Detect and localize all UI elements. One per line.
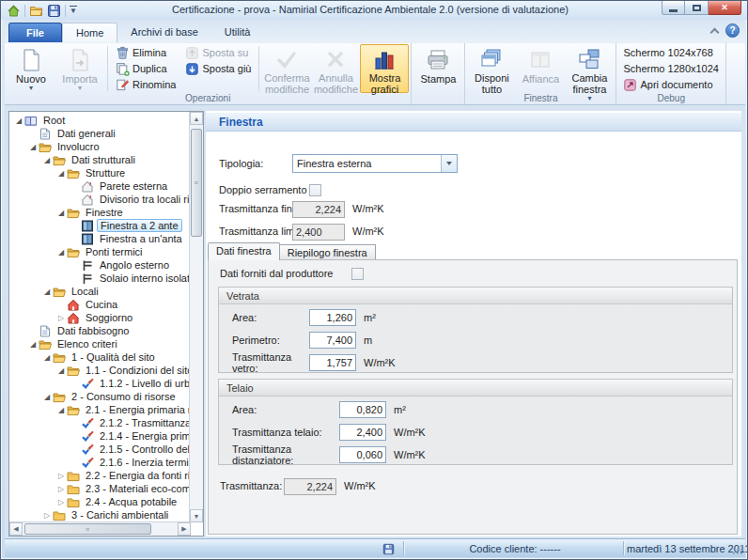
tree-item-3-carichi-ambientali[interactable]: ▷3 - Carichi ambientali — [10, 508, 189, 521]
stampa-button[interactable]: Stampa — [413, 44, 462, 92]
tree-item-involucro[interactable]: ◢Involucro — [10, 140, 189, 153]
scroll-right-icon[interactable]: ▶ — [178, 522, 191, 536]
scroll-left-icon[interactable]: ◀ — [9, 522, 23, 536]
ribbon-tab-home[interactable]: Home — [62, 23, 117, 42]
expander-open-icon[interactable]: ◢ — [55, 248, 67, 257]
tree-item-2-1-5-controllo-della-radia[interactable]: 2.1.5 - Controllo della radia — [10, 443, 189, 456]
tree-item-1-qualit-del-sito[interactable]: ◢1 - Qualità del sito — [10, 350, 189, 364]
tree-item-1-1-2-livello-di-urbanizzaz[interactable]: 1.1.2 - Livello di urbanizzaz — [10, 377, 189, 390]
vetrata-perimetro-input[interactable]: 7,400 — [309, 332, 356, 349]
qat-dropdown-icon[interactable]: ▼ — [70, 6, 77, 15]
rinomina-button[interactable]: Rinomina — [111, 77, 180, 92]
expander-open-icon[interactable]: ◢ — [41, 156, 53, 164]
apri-documento-button[interactable]: Apri documento — [618, 77, 724, 92]
sposta-giu-button[interactable]: Sposta giù — [180, 61, 256, 76]
nuovo-button[interactable]: Nuovo▾ — [7, 44, 55, 93]
telaio-area-input[interactable]: 0,820 — [339, 401, 386, 418]
tab-riepilogo-finestra[interactable]: Riepilogo finestra — [280, 244, 376, 260]
schermo-1280x1024-button[interactable]: Schermo 1280x1024 — [618, 61, 724, 76]
save-icon[interactable] — [47, 4, 61, 18]
tree-item-soggiorno[interactable]: ▷Soggiorno — [10, 311, 189, 324]
expander-open-icon[interactable]: ◢ — [27, 340, 39, 349]
cambia-finestra-button[interactable]: Cambia finestra▾ — [565, 44, 614, 93]
expander-closed-icon[interactable]: ▷ — [55, 314, 67, 322]
expander-open-icon[interactable]: ◢ — [13, 117, 24, 125]
telaio-trasmittanza-distanziatore-input[interactable]: 0,060 — [339, 446, 386, 463]
scroll-thumb[interactable]: ≡ — [191, 129, 202, 237]
tree-item-2-1-2-trasmittanza-termic[interactable]: 2.1.2 - Trasmittanza termic — [10, 416, 189, 429]
trasmittanza-limite-input[interactable]: 2,400 — [292, 224, 345, 241]
schermo-1280x1024-label: Schermo 1280x1024 — [623, 63, 719, 74]
scroll-thumb[interactable]: ≡ — [24, 523, 151, 535]
expander-closed-icon[interactable]: ▷ — [55, 485, 67, 493]
client-code-status: Codice cliente: ------ — [411, 543, 619, 554]
vetrata-area-input[interactable]: 1,260 — [309, 309, 356, 326]
maximize-button[interactable] — [685, 1, 709, 15]
minimize-button[interactable] — [662, 1, 685, 15]
tree-item-2-1-4-energia-primaria-pe[interactable]: 2.1.4 - Energia primaria pe — [10, 429, 189, 443]
expander-open-icon[interactable]: ◢ — [41, 288, 53, 296]
tree-item-root[interactable]: ◢Root — [10, 114, 189, 127]
telaio-trasmittanza-telaio-input[interactable]: 2,400 — [339, 424, 386, 441]
telaio-area-unit: m² — [394, 404, 406, 415]
tree-item-ponti-termici[interactable]: ◢Ponti termici — [10, 245, 189, 258]
duplica-button[interactable]: Duplica — [111, 61, 180, 76]
expander-open-icon[interactable]: ◢ — [55, 169, 67, 178]
tree-item-solaio-interno-isolato-all-est[interactable]: Solaio interno isolato all'est — [10, 272, 189, 285]
mostra-grafici-button[interactable]: Mostra grafici — [360, 44, 409, 93]
expander-open-icon[interactable]: ◢ — [55, 209, 67, 217]
scroll-down-icon[interactable]: ▼ — [190, 509, 203, 522]
open-folder-icon[interactable] — [29, 4, 43, 18]
tree-item-2-consumo-di-risorse[interactable]: ◢2 - Consumo di risorse — [10, 390, 189, 403]
tipologia-select[interactable]: Finestra esterna — [292, 154, 458, 173]
tree-item-dati-strutturali[interactable]: ◢Dati strutturali — [10, 153, 189, 166]
close-button[interactable]: ✕ — [709, 1, 741, 15]
tree-item-locali[interactable]: ◢Locali — [10, 285, 189, 298]
tree-item-2-3-materiali-eco-compatibili[interactable]: ▷2.3 - Materiali eco-compatibili — [10, 482, 189, 495]
expander-closed-icon[interactable]: ▷ — [41, 511, 53, 520]
disponi-tutto-button[interactable]: Disponi tutto — [467, 44, 516, 93]
elimina-button[interactable]: Elimina — [111, 45, 180, 60]
dati-produttore-checkbox[interactable] — [351, 268, 364, 280]
chevron-down-icon[interactable] — [441, 155, 457, 172]
trasmittanza-finestra-input[interactable]: 2,224 — [292, 201, 345, 218]
help-icon[interactable]: ? — [725, 23, 740, 38]
tree-item-2-1-6-inerzia-termica-dell[interactable]: 2.1.6 - Inerzia termica dell' — [10, 456, 189, 469]
expander-open-icon[interactable]: ◢ — [27, 143, 39, 151]
tree-item-parete-esterna[interactable]: Parete esterna — [10, 179, 189, 193]
tree-item-angolo-esterno[interactable]: Angolo esterno — [10, 258, 189, 272]
tree-item-1-1-condizioni-del-sito[interactable]: ◢1.1 - Condizioni del sito — [10, 364, 189, 377]
minimize-ribbon-icon[interactable] — [710, 27, 720, 37]
tree-item-divisorio-tra-locali-riscaldati[interactable]: Divisorio tra locali riscaldati — [10, 193, 189, 206]
tree-item-dati-generali[interactable]: Dati generali — [10, 127, 189, 140]
expander-closed-icon[interactable]: ▷ — [55, 498, 67, 506]
schermo-1024x768-button[interactable]: Schermo 1024x768 — [618, 45, 724, 60]
tree-vertical-scrollbar[interactable]: ▲ ▼ ≡ — [189, 112, 203, 522]
tree-item-finestre[interactable]: ◢Finestre — [10, 206, 189, 219]
expander-open-icon[interactable]: ◢ — [55, 406, 67, 414]
tab-dati-finestra[interactable]: Dati finestra — [208, 242, 280, 260]
title-bar[interactable]: ▼ Certificazione - prova - Namirial Cert… — [1, 1, 748, 20]
doppio-serramento-checkbox[interactable] — [309, 184, 321, 196]
expander-closed-icon[interactable]: ▷ — [55, 472, 67, 480]
scroll-up-icon[interactable]: ▲ — [190, 112, 203, 125]
tree-item-finestra-a-un-anta[interactable]: Finestra a un'anta — [10, 232, 189, 245]
tree-item-2-1-energia-primaria-non-rinn[interactable]: ◢2.1 - Energia primaria non rinn — [10, 403, 189, 416]
ribbon-tab-file[interactable]: File — [8, 23, 62, 42]
tree-item-elenco-criteri[interactable]: ◢Elenco criteri — [10, 337, 189, 350]
tree-horizontal-scrollbar[interactable]: ◀ ▶ ≡ — [9, 521, 191, 536]
tree-item-dati-fabbisogno[interactable]: Dati fabbisogno — [10, 324, 189, 337]
expander-open-icon[interactable]: ◢ — [41, 393, 53, 401]
tree-item-2-4-acqua-potabile[interactable]: ▷2.4 - Acqua potabile — [10, 495, 189, 508]
ribbon-tab-utilita[interactable]: Utilità — [211, 23, 264, 42]
tree-item-cucina[interactable]: Cucina — [10, 298, 189, 311]
expander-open-icon[interactable]: ◢ — [55, 366, 67, 375]
tree-item-2-2-energia-da-fonti-rinnovab[interactable]: ▷2.2 - Energia da fonti rinnovab — [10, 469, 189, 482]
trasmittanza-totale-input[interactable]: 2,224 — [284, 478, 336, 495]
vetrata-trasmittanza-vetro-input[interactable]: 1,757 — [309, 354, 356, 371]
tree-item-finestra-a-2-ante[interactable]: Finestra a 2 ante — [10, 219, 189, 232]
ribbon-tab-archivi-di-base[interactable]: Archivi di base — [117, 23, 211, 42]
resize-grip[interactable] — [732, 544, 743, 555]
expander-open-icon[interactable]: ◢ — [41, 353, 53, 362]
tree-item-strutture[interactable]: ◢Strutture — [10, 166, 189, 179]
